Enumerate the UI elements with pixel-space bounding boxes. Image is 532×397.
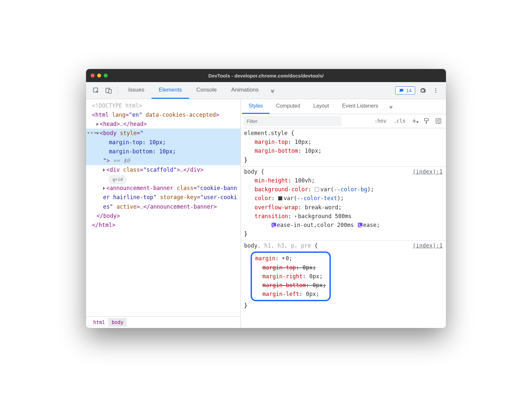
devtools-window: DevTools - developer.chrome.com/docs/dev… xyxy=(86,69,446,328)
dom-body-open-end[interactable]: "> == $0 xyxy=(86,156,240,165)
styles-filter-input[interactable] xyxy=(243,116,342,126)
main-tabs: Issues Elements Console Animations xyxy=(121,82,395,99)
inspect-element-icon[interactable] xyxy=(91,85,102,96)
cls-toggle[interactable]: .cls xyxy=(391,118,408,124)
rule-body-reset[interactable]: body, h1, h3, p, pre { (index):1 margin:… xyxy=(241,241,446,312)
expand-icon[interactable] xyxy=(97,123,98,126)
tab-console[interactable]: Console xyxy=(189,82,224,99)
close-window-button[interactable] xyxy=(91,74,95,78)
svg-rect-6 xyxy=(424,119,428,121)
breadcrumb-body[interactable]: body xyxy=(108,318,127,327)
styles-subtabs: Styles Computed Layout Event Listeners xyxy=(241,99,446,114)
new-style-rule-icon[interactable] xyxy=(410,116,420,126)
dom-div-scaffold[interactable]: <div class="scaffold">…</div> xyxy=(86,165,240,174)
subtabs-overflow-icon[interactable] xyxy=(385,99,397,114)
styles-filter-bar: :hov .cls xyxy=(241,114,446,128)
titlebar: DevTools - developer.chrome.com/docs/dev… xyxy=(86,69,446,82)
source-link[interactable]: (index):1 xyxy=(413,167,443,176)
svg-rect-2 xyxy=(109,89,111,93)
styles-list: element.style { margin-top: 10px; margin… xyxy=(241,128,446,328)
dom-announcement-banner[interactable]: <announcement-banner class="cookie-banne… xyxy=(86,183,240,211)
dom-body-style-2[interactable]: margin-bottom: 10px; xyxy=(86,147,240,156)
collapse-icon[interactable] xyxy=(96,132,99,134)
paint-brush-icon[interactable] xyxy=(422,116,432,126)
rule-body[interactable]: body {(index):1 min-height: 100vh; backg… xyxy=(241,167,446,241)
svg-rect-7 xyxy=(436,119,441,123)
svg-point-3 xyxy=(435,88,436,89)
rule-element-style[interactable]: element.style { margin-top: 10px; margin… xyxy=(241,128,446,167)
dom-body-close[interactable]: </body> xyxy=(86,211,240,220)
main-toolbar: Issues Elements Console Animations 14 xyxy=(86,82,446,99)
expand-icon[interactable] xyxy=(103,168,105,172)
expand-icon[interactable] xyxy=(103,187,105,190)
subtab-event-listeners[interactable]: Event Listeners xyxy=(335,99,384,114)
color-swatch-icon[interactable] xyxy=(315,187,319,192)
message-icon xyxy=(399,88,404,93)
hov-toggle[interactable]: :hov xyxy=(372,118,389,124)
tab-elements[interactable]: Elements xyxy=(151,82,189,99)
device-toolbar-icon[interactable] xyxy=(103,85,114,96)
subtab-computed[interactable]: Computed xyxy=(270,99,307,114)
svg-point-4 xyxy=(435,90,436,91)
source-link[interactable]: (index):1 xyxy=(413,241,443,250)
dom-body-style-1[interactable]: margin-top: 10px; xyxy=(86,138,240,147)
bezier-curve-icon[interactable] xyxy=(272,223,276,227)
settings-gear-icon[interactable] xyxy=(417,85,428,96)
expand-icon[interactable] xyxy=(295,215,296,218)
dom-head[interactable]: <head>…</head> xyxy=(86,119,240,129)
grid-badge[interactable]: grid xyxy=(109,176,126,183)
subtab-styles[interactable]: Styles xyxy=(242,99,270,114)
bezier-curve-icon[interactable] xyxy=(358,223,363,227)
more-menu-icon[interactable] xyxy=(430,85,441,96)
dom-tree[interactable]: <!DOCTYPE html> <html lang="en" data-coo… xyxy=(86,99,240,316)
dom-html-close[interactable]: </html> xyxy=(86,220,240,230)
highlighted-margin-box: margin: 0; margin-top: 0px; margin-right… xyxy=(251,251,331,301)
subtab-layout[interactable]: Layout xyxy=(307,99,335,114)
messages-chip[interactable]: 14 xyxy=(395,86,415,95)
toggle-sidebar-icon[interactable] xyxy=(434,116,443,126)
breadcrumb: html body xyxy=(86,316,240,328)
collapse-icon[interactable] xyxy=(282,257,285,260)
tabs-overflow-icon[interactable] xyxy=(266,82,279,99)
svg-point-5 xyxy=(435,92,436,93)
tab-issues[interactable]: Issues xyxy=(121,82,151,99)
maximize-window-button[interactable] xyxy=(104,74,108,78)
dom-doctype[interactable]: <!DOCTYPE html> xyxy=(86,101,240,110)
window-title: DevTools - developer.chrome.com/docs/dev… xyxy=(86,73,446,78)
color-swatch-icon[interactable] xyxy=(278,196,282,200)
breadcrumb-html[interactable]: html xyxy=(90,318,108,327)
dom-html-open[interactable]: <html lang="en" data-cookies-accepted> xyxy=(86,110,240,119)
traffic-lights xyxy=(91,74,108,78)
messages-count: 14 xyxy=(406,88,412,93)
styles-panel: Styles Computed Layout Event Listeners :… xyxy=(241,99,446,328)
elements-panel: <!DOCTYPE html> <html lang="en" data-coo… xyxy=(86,99,241,328)
minimize-window-button[interactable] xyxy=(97,74,101,78)
tab-animations[interactable]: Animations xyxy=(224,82,266,99)
dom-body-selected[interactable]: •••<body style=" xyxy=(86,129,240,138)
